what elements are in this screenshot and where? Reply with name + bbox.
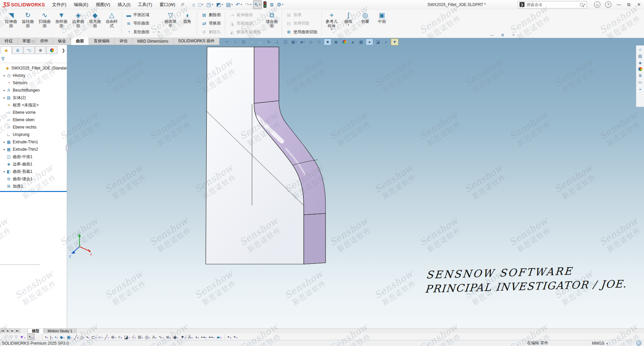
dropdown-icon[interactable]: ▾ [158,31,159,34]
taskpane-design-library-icon[interactable]: ◈ [639,60,642,65]
dropdown-icon[interactable]: ▾ [295,41,297,43]
normal-to-icon[interactable]: ⊥ [274,39,281,45]
dropdown-icon[interactable]: ▾ [236,336,238,340]
zoom-in-out-icon[interactable]: ↕ [232,39,239,45]
sketch-zoom-n-icon[interactable]: ◎▾ [145,334,150,340]
swept-surface-button[interactable]: ∿扫描曲面 [36,10,53,37]
panel-expand-icon[interactable]: ❯ [62,48,65,53]
wireframe-icon[interactable]: ◇ [307,39,314,45]
status-units[interactable]: MMGS ▴ [592,341,608,346]
dropdown-icon[interactable]: ▾ [63,336,65,340]
offset-surface-button[interactable]: ≋等距曲面 [124,19,161,28]
pin-icon[interactable]: ⚲ [180,2,186,8]
expand-arrow-icon[interactable]: ▸ [3,74,6,77]
sketch-spline-icon[interactable]: ∿▾ [159,334,164,340]
menu-item-2[interactable]: 视图(V) [92,0,114,9]
sketch-pencil-icon[interactable]: ▼ [391,39,398,45]
menu-item-3[interactable]: 插入(I) [114,0,134,9]
dropdown-icon[interactable]: ▾ [259,3,260,6]
dropdown-icon[interactable]: ▾ [213,336,215,340]
shaded-with-edges-icon[interactable]: ■ [324,39,331,45]
wrap-button[interactable]: ◎包覆 [357,10,374,37]
expand-arrow-icon[interactable]: ▸ [3,96,6,99]
tab-特征[interactable]: 特征 [0,38,18,45]
dropdown-icon[interactable]: ▾ [24,336,26,340]
replace-face-button[interactable]: ⇄替换面 [199,19,223,28]
tab-mbd-dimensions[interactable]: MBD Dimensions [133,38,174,45]
sketch-panel-icon[interactable]: ▰▾ [216,334,221,340]
expand-arrow-icon[interactable]: ▸ [3,89,6,92]
doc-minimize-button[interactable]: — [488,32,496,38]
boundary-surface-button[interactable]: ◈边界曲面 [70,10,87,37]
expand-arrow-icon[interactable]: ▸ [3,148,6,151]
sketch-note-a-icon[interactable]: Ä▾ [188,334,193,340]
graphics-area[interactable]: Y X Z ⊕+↕⊡↩◭↻⊥◫▣▾◈▾◇□■◉▲▦●◪◐▼ SENSNOW SO… [67,38,644,328]
menu-item-0[interactable]: 文件(F) [48,0,70,9]
select-cursor-button[interactable]: ↖▾ [28,333,35,340]
dropdown-icon[interactable]: ▾ [33,336,34,340]
dropdown-icon[interactable]: ▾ [220,336,221,340]
displaymanager-tab[interactable] [46,46,57,54]
dropdown-icon[interactable]: ▾ [198,336,199,340]
model-top-band[interactable] [254,47,279,103]
dropdown-icon[interactable]: ▾ [77,336,79,340]
panel-collapse-handle[interactable] [32,40,35,43]
restore-button[interactable]: ⧉ [624,0,634,9]
taskpane-properties-icon[interactable]: ≣ [638,73,642,78]
expand-arrow-icon[interactable]: ▸ [3,140,6,144]
sketch-balloon-icon[interactable]: ◉▾ [173,334,178,340]
taskpane-forum-icon[interactable]: ◒ [639,87,641,91]
undo-button[interactable]: ↶▾ [235,0,244,9]
dropdown-icon[interactable]: ▾ [71,336,72,340]
select-tool-button[interactable]: ↖▾ [253,0,262,9]
toolbar-grip[interactable]: ⋮⋮ [1,335,7,339]
search-dropdown-icon[interactable]: ▾ [584,3,585,6]
revolved-surface-button[interactable]: ↻旋转曲面 [19,10,36,37]
globe-icon[interactable] [636,341,641,346]
dropdown-icon[interactable]: ▾ [47,336,48,340]
tab-钣金[interactable]: 钣金 [53,38,71,45]
sketch-pen-icon[interactable]: ▼▾ [180,334,186,340]
tab-评估[interactable]: 评估 [115,38,133,45]
tree-item-extrude-thin2[interactable]: ▸▦Extrude-Thin2 [0,146,67,153]
tree-item-plane-top[interactable]: ▱Ebene oben [0,116,67,123]
menu-item-5[interactable]: 窗口(W) [156,0,179,9]
dropdown-icon[interactable]: ▾ [135,336,136,340]
cut-with-surface-button[interactable]: ⊗使用曲面切除 [284,28,319,36]
sketch-note-icon[interactable]: A▾ [152,334,156,340]
sketch-sphere1-icon[interactable]: ◓▾ [227,334,231,340]
last-tab-button[interactable]: ▶| [15,329,20,333]
section-view-icon[interactable]: ◫ [282,39,289,45]
tree-item-origin[interactable]: ∟Ursprung [0,131,67,138]
dropdown-icon[interactable]: ▾ [155,336,157,340]
menu-item-4[interactable]: 工具(T) [134,0,156,9]
rollback-bar[interactable] [0,191,67,192]
sketch-rectangle-icon[interactable]: ▪▾ [55,334,58,340]
dropdown-icon[interactable]: ▾ [348,24,349,26]
dropdown-icon[interactable]: ▾ [221,3,223,6]
rebuild-button[interactable] [262,0,268,9]
tree-item-solid-bodies[interactable]: ▸▤实体(2) [0,94,67,101]
tree-item-material[interactable]: ≡材质 <未指定> [0,101,67,109]
sketch-cube-icon[interactable]: ▣▾ [67,334,72,340]
sketch-node-right-icon[interactable]: ⊷▾ [209,334,215,340]
tree-item-part-root[interactable]: ◆SWX2025_Fillet_JOE (Standard) <<St [0,64,67,72]
tree-item-sensors[interactable]: ◔Sensors [0,79,67,87]
doc-restore-button[interactable]: ⧉ [499,32,506,38]
tree-item-surface-knit1[interactable]: ⧉曲面-缝合1 [0,175,67,183]
print-button[interactable]: ▤▾ [225,0,234,9]
tab-焊件[interactable]: 焊件 [36,38,53,45]
dropdown-icon[interactable]: ▾ [191,336,193,340]
dropdown-icon[interactable]: ▾ [185,336,186,340]
panel-splitter[interactable] [66,145,68,151]
dropdown-icon[interactable]: ▾ [88,336,90,340]
sketch-plane-icon[interactable]: ▯▾ [81,334,85,340]
dropdown-icon[interactable]: ▾ [115,336,116,340]
dropdown-icon[interactable]: ▾ [121,336,122,340]
zoom-to-area-icon[interactable]: ⊡ [240,39,247,45]
sketch-line2-icon[interactable]: ╱▾ [105,334,109,340]
tree-item-plane-front[interactable]: ▱Ebene vorne [0,109,67,116]
tree-item-history[interactable]: ▸◷History [0,72,67,79]
rotate-view-icon[interactable]: ↻ [265,39,273,45]
sketch-dimension-icon[interactable]: ⌗▾ [118,334,122,340]
